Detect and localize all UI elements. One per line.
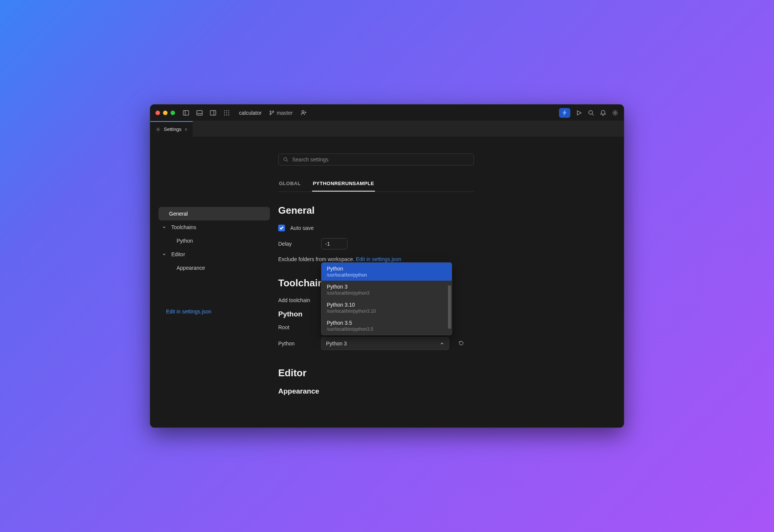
project-info: calculator master (239, 109, 307, 116)
dropdown-item-python[interactable]: Python /usr/local/bin/python (321, 263, 452, 281)
sidebar-item-toolchains[interactable]: Toolchains (158, 220, 270, 234)
scope-tab-global[interactable]: GLOBAL (278, 181, 302, 192)
python-select-row: Python Python /usr/local/bin/python Pyth… (278, 337, 474, 350)
panel-toggle-group (183, 109, 230, 116)
dropdown-item-python35[interactable]: Python 3.5 /usr/local/bin/python3.5 (321, 317, 452, 335)
autosave-row: Auto save (278, 225, 474, 231)
left-panel-toggle-icon[interactable] (183, 109, 189, 116)
search-icon[interactable] (588, 109, 594, 116)
window-controls (155, 111, 175, 115)
sidebar-item-editor[interactable]: Editor (158, 248, 270, 261)
search-box[interactable] (278, 154, 474, 166)
search-input[interactable] (292, 157, 469, 163)
revert-icon[interactable] (458, 340, 464, 347)
dropdown-item-python3[interactable]: Python 3 /usr/local/bin/python3 (321, 281, 452, 299)
python-select[interactable]: Python 3 (321, 337, 449, 350)
autosave-checkbox[interactable] (278, 225, 285, 231)
close-icon[interactable]: × (184, 126, 187, 132)
branch-indicator[interactable]: master (269, 110, 293, 116)
svg-point-21 (589, 110, 593, 114)
close-window-button[interactable] (155, 111, 160, 115)
editor-heading: Editor (278, 367, 474, 379)
svg-line-26 (287, 161, 288, 162)
python-label: Python (278, 340, 316, 347)
general-heading: General (278, 205, 474, 216)
scope-tab-project[interactable]: PYTHONRERUNSAMPLE (312, 181, 375, 192)
svg-point-11 (228, 112, 229, 113)
delay-row: Delay (278, 238, 474, 249)
svg-point-23 (614, 112, 616, 114)
svg-point-18 (302, 110, 304, 112)
branch-name: master (277, 110, 293, 116)
svg-point-25 (284, 158, 287, 161)
editor-tabbar: Settings × (150, 121, 624, 137)
chevron-up-icon (440, 341, 444, 346)
scope-tabs: GLOBAL PYTHONRERUNSAMPLE (278, 181, 474, 192)
sidebar-item-python[interactable]: Python (158, 234, 270, 248)
titlebar-right-icons (559, 108, 619, 118)
python-dropdown: Python /usr/local/bin/python Python 3 /u… (321, 262, 452, 335)
svg-point-13 (226, 114, 227, 116)
bell-icon[interactable] (600, 109, 606, 116)
exclude-description: Exclude folders from workspace. Edit in … (278, 256, 474, 262)
svg-point-15 (270, 111, 271, 112)
svg-point-17 (273, 111, 274, 112)
minimize-window-button[interactable] (163, 111, 168, 115)
svg-rect-4 (210, 110, 216, 115)
gear-icon[interactable] (612, 109, 619, 116)
chevron-down-icon (162, 225, 166, 229)
dropdown-scrollbar[interactable] (448, 285, 451, 329)
maximize-window-button[interactable] (171, 111, 175, 115)
autosave-label: Auto save (290, 225, 314, 231)
root-label: Root (278, 324, 316, 330)
svg-point-6 (224, 110, 225, 111)
sidebar-item-appearance[interactable]: Appearance (158, 261, 270, 275)
svg-rect-2 (197, 110, 203, 115)
svg-rect-0 (183, 110, 189, 115)
svg-point-14 (228, 114, 229, 116)
titlebar: calculator master (150, 105, 624, 121)
tab-settings[interactable]: Settings × (150, 121, 193, 137)
project-name[interactable]: calculator (239, 110, 262, 116)
svg-point-7 (226, 110, 227, 111)
exclude-edit-link[interactable]: Edit in settings.json (356, 256, 401, 262)
appearance-heading: Appearance (278, 387, 474, 395)
tab-title: Settings (164, 126, 181, 132)
add-user-icon[interactable] (300, 109, 307, 116)
delay-input[interactable] (321, 238, 347, 249)
apps-grid-icon[interactable] (223, 109, 230, 116)
bottom-panel-toggle-icon[interactable] (196, 109, 203, 116)
dropdown-item-python310[interactable]: Python 3.10 /usr/local/bin/python3.10 (321, 299, 452, 317)
settings-main: GLOBAL PYTHONRERUNSAMPLE General Auto sa… (278, 137, 489, 427)
svg-point-12 (224, 114, 225, 116)
svg-point-9 (224, 112, 225, 113)
content-area: General Toolchains Python Editor Appeara… (150, 137, 624, 427)
chevron-down-icon (162, 252, 166, 256)
search-icon (283, 157, 288, 162)
play-icon[interactable] (576, 109, 582, 116)
svg-point-24 (157, 129, 159, 130)
edit-settings-json-link[interactable]: Edit in settings.json (158, 309, 270, 315)
bolt-button[interactable] (559, 108, 570, 118)
right-panel-toggle-icon[interactable] (210, 109, 216, 116)
svg-line-22 (592, 114, 593, 115)
svg-point-16 (270, 113, 271, 115)
app-window: calculator master (150, 104, 624, 428)
delay-label: Delay (278, 241, 316, 247)
svg-point-8 (228, 110, 229, 111)
settings-sidebar: General Toolchains Python Editor Appeara… (150, 137, 278, 427)
sidebar-item-general[interactable]: General (158, 207, 270, 220)
svg-point-10 (226, 112, 227, 113)
